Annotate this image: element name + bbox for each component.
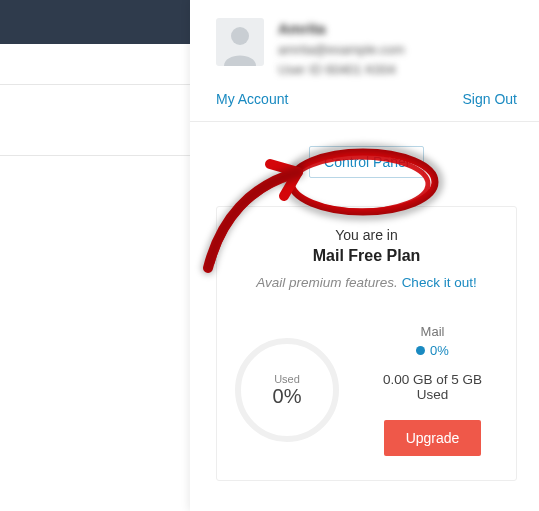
dot-icon	[416, 346, 425, 355]
gauge-label: Used	[274, 373, 300, 385]
user-meta: Amrita amrita@example.com User ID 60401 …	[278, 18, 405, 77]
mail-label: Mail	[367, 324, 498, 339]
gauge-value: 0%	[273, 385, 302, 408]
plan-name: Mail Free Plan	[235, 247, 498, 265]
check-it-out-link[interactable]: Check it out!	[402, 275, 477, 290]
usage-gauge: Used 0%	[235, 338, 339, 442]
mail-percent-value: 0%	[430, 343, 449, 358]
user-name: Amrita	[278, 20, 405, 38]
plan-intro: You are in	[235, 227, 498, 243]
user-info-row: Amrita amrita@example.com User ID 60401 …	[216, 18, 517, 77]
upgrade-button[interactable]: Upgrade	[384, 420, 482, 456]
control-panel-row: Control Panel	[216, 146, 517, 178]
mail-percent: 0%	[367, 343, 498, 358]
svg-point-0	[231, 27, 249, 45]
account-links-row: My Account Sign Out	[216, 91, 517, 107]
left-divider	[0, 155, 190, 156]
user-id: User ID 60401 K004	[278, 62, 405, 78]
avatar-placeholder-icon	[220, 22, 260, 66]
user-email: amrita@example.com	[278, 42, 405, 58]
left-divider	[0, 84, 190, 85]
usage-row: Used 0% Mail 0% 0.00 GB of 5 GB Used Upg…	[235, 324, 498, 456]
divider	[190, 121, 539, 122]
my-account-link[interactable]: My Account	[216, 91, 288, 107]
account-dropdown-panel: Amrita amrita@example.com User ID 60401 …	[190, 0, 539, 511]
sign-out-link[interactable]: Sign Out	[463, 91, 517, 107]
left-header-bar	[0, 0, 190, 44]
plan-avail-text: Avail premium features.	[256, 275, 401, 290]
usage-details: Mail 0% 0.00 GB of 5 GB Used Upgrade	[367, 324, 498, 456]
avatar	[216, 18, 264, 66]
control-panel-button[interactable]: Control Panel	[309, 146, 424, 178]
plan-avail: Avail premium features. Check it out!	[235, 275, 498, 290]
storage-used-text: 0.00 GB of 5 GB Used	[367, 372, 498, 402]
plan-card: You are in Mail Free Plan Avail premium …	[216, 206, 517, 481]
